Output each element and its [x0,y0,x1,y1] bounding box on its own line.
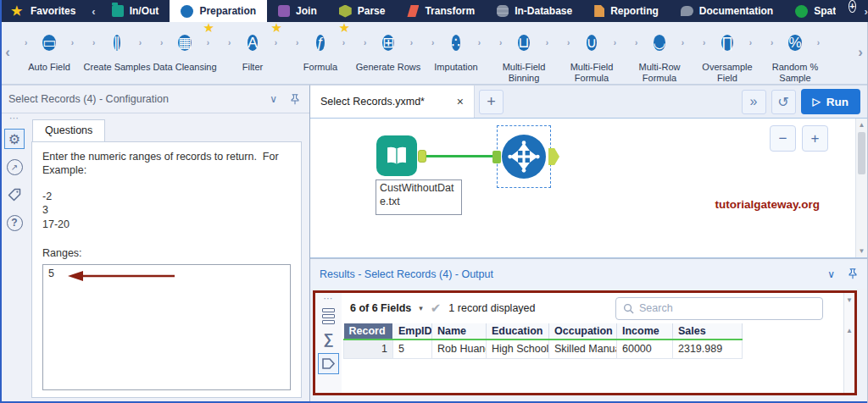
new-workflow-button[interactable]: + [479,90,504,114]
input-tool-annotation[interactable]: CustWithoutDate.txt [376,179,462,215]
column-header[interactable]: Name [432,323,487,340]
filter-icon: A [248,35,257,51]
ribbon-tab[interactable]: Join [267,0,328,22]
add-category-icon[interactable]: + [849,0,855,13]
data-view-button[interactable] [318,353,339,374]
scroll-split-icon[interactable]: ▼ [844,296,854,304]
table-cell: High School [487,340,549,358]
search-input[interactable] [639,302,815,314]
annotation-view-button[interactable] [4,185,25,205]
palette-tool[interactable]: › ƒ › ★ Formula [287,26,354,84]
table-cell: 5 [393,340,432,358]
question-icon: ? [7,215,23,231]
ranges-textarea[interactable]: 5 [42,264,291,391]
palette-tool[interactable]: › ∴ › ★ Imputation [422,26,490,84]
column-header[interactable]: Education [487,323,549,340]
reporting-icon [594,5,604,17]
indatabase-icon [497,5,509,17]
output-anchor-icon: › [614,38,616,47]
data-cleansing-icon: ▦ [178,35,192,51]
toolbar-overflow-button[interactable]: » [742,90,766,114]
output-anchor-icon: › [817,38,820,47]
results-scrollbar[interactable]: ▼ ▲ [843,293,854,393]
table-view-icon[interactable] [320,306,337,326]
pin-panel-icon[interactable] [289,93,301,106]
palette-tool[interactable]: › A › ★ Filter [219,26,287,84]
fields-summary[interactable]: 6 of 6 Fields [350,302,411,314]
ribbon-tab[interactable]: Preparation [170,0,267,22]
workflow-view-button[interactable]: ↗ [4,157,25,177]
check-icon: ✔ [431,301,442,316]
auto-field-icon: ▭ [42,35,56,51]
tool-label: Multi-Field Binning [490,62,558,84]
column-header[interactable]: Occupation [549,323,617,340]
pin-results-icon[interactable] [847,268,859,280]
workflow-canvas[interactable]: CustWithoutDate.txt tutorialgateway.org … [310,118,868,258]
tool-category-ribbon: ★ Favorites ‹ In/Out Preparation Join Pa… [0,0,868,22]
metadata-view-icon[interactable]: ∑ [323,331,333,348]
scroll-down-icon[interactable]: ▼ [856,247,867,255]
palette-tool[interactable]: › ◡ › ★ Multi-Row Formula [626,26,693,84]
column-header[interactable]: EmpID [393,323,432,340]
history-button[interactable]: ↺ [771,90,796,114]
formula-icon: ƒ [316,35,324,51]
ribbon-scroll-left-icon[interactable]: ‹ [86,0,100,22]
fields-dropdown-icon[interactable]: ▾ [419,304,423,312]
ribbon-tab[interactable]: In-Database [486,0,583,22]
workflow-area: Select Records.yxmd* × + » ↺ ▷ Run [310,85,868,403]
scroll-up-icon[interactable]: ▲ [856,121,867,129]
palette-tool[interactable]: › ∏ › ★ Oversample Field [693,26,761,84]
ribbon-tab[interactable]: Documentation [670,0,784,22]
column-header[interactable]: Sales [673,323,743,340]
palette-tool[interactable]: › ⊞ › ★ Generate Rows [354,26,422,84]
ribbon-tab[interactable]: Parse [328,0,397,22]
scroll-up-icon[interactable]: ▲ [844,327,854,334]
run-button[interactable]: ▷ Run [801,89,860,114]
palette-tool[interactable]: › ▦ › ★ Data Cleansing [151,26,219,84]
history-icon: ↺ [777,94,788,110]
select-records-tool-selected[interactable] [497,125,551,188]
search-box[interactable] [615,297,823,320]
column-header[interactable]: Record [344,323,393,340]
scrollbar-thumb[interactable] [858,132,865,174]
input-anchor-icon: › [635,38,637,47]
canvas-scrollbar[interactable]: ▲ ▼ [855,119,867,257]
drag-handle-icon[interactable]: ⋯ [324,295,334,301]
help-button[interactable]: ? [4,213,25,233]
ribbon-scroll-right-icon[interactable]: › [860,0,868,22]
table-row[interactable]: 1 5 Rob Huang High School Skilled Manual… [344,340,743,358]
ribbon-tab[interactable]: Spatial [784,0,847,22]
palette-tool[interactable]: › % › ★ Random % Sample [761,26,829,84]
palette-tool[interactable]: › ▭ › ★ Auto Field [15,26,83,84]
ribbon-tab[interactable]: In/Out [101,0,170,22]
workflow-document-tab[interactable]: Select Records.yxmd* × [310,86,475,119]
palette-scroll-left-icon[interactable]: ‹ [0,22,15,83]
multi-row-formula-icon: ◡ [654,35,666,51]
close-tab-icon[interactable]: × [457,95,464,108]
search-icon [623,303,634,314]
output-anchor[interactable] [548,148,559,165]
records-summary: 1 record displayed [448,302,535,314]
column-header[interactable]: Income [617,323,673,340]
palette-tool[interactable]: › ⊔ › ★ Multi-Field Binning [490,26,558,84]
zoom-out-button[interactable]: − [770,125,796,152]
palette-scroll-right-icon[interactable]: › [853,22,868,83]
palette-tool[interactable]: › ∪ › ★ Multi-Field Formula [558,26,626,84]
drag-handle-icon[interactable]: ⋯ [9,114,19,121]
ribbon-tab[interactable]: Transform [396,0,486,22]
tool-label: Formula [287,62,354,73]
palette-tool[interactable]: › ∥ › ★ Create Samples [83,26,151,84]
tab-questions[interactable]: Questions [32,119,105,141]
collapse-results-icon[interactable]: ∨ [827,269,835,279]
ribbon-tab[interactable]: Reporting [583,0,670,22]
collapse-panel-icon[interactable]: ∨ [270,94,277,104]
configuration-view-button[interactable]: ⚙ [4,129,25,149]
document-tab-label: Select Records.yxmd* [320,96,425,108]
output-anchor[interactable] [418,150,426,163]
imputation-icon: ∴ [452,35,461,51]
connection-line[interactable] [426,155,497,157]
zoom-in-button[interactable]: + [802,125,828,152]
input-data-tool[interactable] [376,135,417,176]
input-anchor[interactable] [492,151,501,163]
ribbon-tab[interactable]: ★ Favorites [0,0,86,22]
